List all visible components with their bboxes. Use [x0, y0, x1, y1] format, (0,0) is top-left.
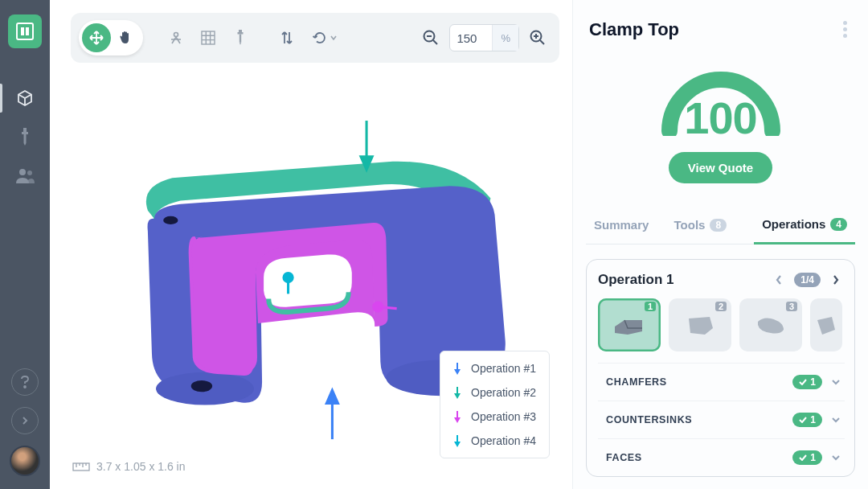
zoom-in-button[interactable] [524, 24, 551, 51]
svg-rect-1 [21, 27, 24, 35]
chevron-down-icon [830, 416, 841, 424]
viewport-3d[interactable]: Operation #1 Operation #2 Operation #3 O… [50, 63, 572, 489]
nav-tool[interactable] [0, 117, 50, 156]
grid-tool[interactable] [194, 24, 222, 51]
svg-rect-13 [238, 32, 244, 35]
nav-part[interactable] [0, 79, 50, 117]
operation-thumb-1[interactable]: 1 [598, 298, 661, 351]
orbit-tool[interactable] [82, 23, 111, 52]
legend-label: Operation #1 [471, 362, 536, 375]
nav-team[interactable] [0, 156, 50, 195]
operations-legend: Operation #1 Operation #2 Operation #3 O… [440, 351, 550, 458]
manufacturability-gauge: 100 [653, 59, 788, 136]
svg-marker-6 [24, 143, 27, 146]
more-menu[interactable] [838, 16, 852, 43]
svg-rect-14 [240, 35, 241, 43]
user-avatar[interactable] [10, 446, 40, 476]
svg-point-21 [191, 380, 212, 392]
score-value: 100 [653, 92, 788, 144]
svg-marker-38 [454, 442, 461, 447]
operation-title: Operation 1 [598, 272, 674, 288]
side-panel: Clamp Top 100 View Quote Summary Tools8 … [572, 0, 868, 489]
next-operation[interactable] [827, 271, 845, 289]
tab-tools[interactable]: Tools8 [666, 208, 735, 244]
svg-point-22 [163, 216, 178, 224]
svg-rect-4 [22, 132, 28, 134]
legend-row: Operation #3 [440, 405, 549, 429]
front-view-tool[interactable] [162, 24, 190, 51]
rotate-tool[interactable] [305, 24, 344, 51]
dimensions-text: 3.7 x 1.05 x 1.6 in [96, 460, 186, 473]
svg-rect-11 [202, 31, 215, 44]
operation-thumb-2[interactable]: 2 [669, 298, 731, 351]
svg-rect-3 [23, 128, 27, 132]
part-dimensions: 3.7 x 1.05 x 1.6 in [72, 460, 186, 473]
legend-row: Operation #2 [440, 380, 549, 405]
help-button[interactable] [11, 368, 39, 396]
svg-rect-0 [17, 23, 33, 39]
legend-label: Operation #2 [471, 386, 536, 399]
zoom-out-button[interactable] [417, 24, 444, 51]
svg-marker-36 [454, 417, 461, 423]
zoom-value-field[interactable] [450, 31, 492, 45]
legend-label: Operation #4 [471, 434, 536, 447]
legend-label: Operation #3 [471, 410, 536, 423]
svg-point-7 [19, 169, 26, 175]
part-title: Clamp Top [589, 19, 679, 40]
drill-tool[interactable] [227, 24, 254, 51]
svg-line-30 [378, 307, 396, 309]
legend-row: Operation #4 [440, 429, 549, 453]
svg-rect-12 [239, 30, 242, 32]
svg-marker-26 [326, 390, 338, 403]
app-logo[interactable] [8, 14, 42, 48]
operations-panel: Operation 1 1/4 1 2 3 CHAMFERS 1 COUNTER… [586, 259, 855, 477]
zoom-unit: % [492, 25, 518, 51]
svg-point-8 [27, 171, 32, 175]
svg-marker-15 [240, 43, 241, 46]
chevron-down-icon [830, 454, 841, 462]
operation-thumb-3[interactable]: 3 [739, 298, 802, 351]
category-countersinks[interactable]: COUNTERSINKS 1 [598, 401, 845, 439]
svg-point-9 [24, 386, 26, 388]
zoom-input[interactable]: % [449, 24, 519, 51]
svg-rect-2 [26, 27, 29, 35]
view-quote-button[interactable]: View Quote [669, 152, 772, 183]
viewer-toolbar: % [71, 13, 559, 63]
left-rail [0, 0, 50, 489]
svg-rect-39 [73, 463, 89, 471]
flip-tool[interactable] [273, 24, 301, 51]
chevron-down-icon [830, 378, 841, 386]
legend-row: Operation #1 [440, 356, 549, 380]
pan-tool[interactable] [111, 23, 140, 52]
category-faces[interactable]: FACES 1 [598, 439, 845, 468]
side-tabs: Summary Tools8 Operations4 [586, 208, 855, 244]
svg-marker-32 [454, 369, 461, 375]
prev-operation[interactable] [770, 271, 788, 289]
operation-page: 1/4 [794, 273, 821, 287]
tab-summary[interactable]: Summary [586, 208, 657, 244]
category-chamfers[interactable]: CHAMFERS 1 [598, 364, 845, 401]
svg-rect-5 [24, 134, 27, 143]
expand-button[interactable] [11, 407, 39, 434]
operation-thumb-4[interactable] [810, 298, 842, 351]
svg-marker-34 [454, 393, 461, 399]
tab-operations[interactable]: Operations4 [754, 208, 855, 244]
